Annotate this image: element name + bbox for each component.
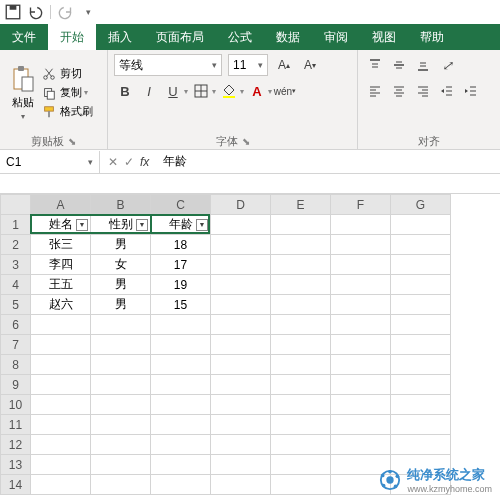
cell[interactable] [151,395,211,415]
cell[interactable]: 19 [151,275,211,295]
cell[interactable] [211,375,271,395]
align-right-button[interactable] [412,80,434,102]
cell[interactable]: 李四 [31,255,91,275]
cell[interactable]: 18 [151,235,211,255]
cell[interactable] [271,275,331,295]
align-top-button[interactable] [364,54,386,76]
cell[interactable]: 性别▼ [91,215,151,235]
align-middle-button[interactable] [388,54,410,76]
column-header[interactable]: D [211,195,271,215]
orientation-button[interactable]: ⤢ [436,54,458,76]
select-all-corner[interactable] [1,195,31,215]
cell[interactable] [211,295,271,315]
cell[interactable] [91,315,151,335]
cell[interactable]: 张三 [31,235,91,255]
row-header[interactable]: 14 [1,475,31,495]
cell[interactable] [331,395,391,415]
row-header[interactable]: 4 [1,275,31,295]
fx-icon[interactable]: fx [140,155,149,169]
tab-file[interactable]: 文件 [0,24,48,50]
redo-icon[interactable] [57,3,75,21]
chevron-down-icon[interactable]: ▾ [268,87,272,96]
cell[interactable] [391,235,451,255]
cell[interactable] [331,215,391,235]
cell[interactable] [151,415,211,435]
name-box[interactable]: C1▾ [0,151,100,173]
cell[interactable] [91,375,151,395]
column-header[interactable]: B [91,195,151,215]
cell[interactable] [391,215,451,235]
save-icon[interactable] [4,3,22,21]
cell[interactable] [271,395,331,415]
cell[interactable] [271,235,331,255]
cell[interactable]: 王五 [31,275,91,295]
undo-icon[interactable] [26,3,44,21]
cell[interactable] [331,295,391,315]
cell[interactable] [271,455,331,475]
cell[interactable] [211,415,271,435]
formula-input[interactable]: 年龄 [157,153,500,170]
tab-data[interactable]: 数据 [264,24,312,50]
cell[interactable] [211,355,271,375]
cell[interactable] [151,455,211,475]
cell[interactable] [331,315,391,335]
row-header[interactable]: 1 [1,215,31,235]
cell[interactable] [391,255,451,275]
format-painter-button[interactable]: 格式刷 [40,103,95,120]
cell[interactable] [391,375,451,395]
cell[interactable] [91,395,151,415]
paste-button[interactable]: 粘贴 ▾ [6,52,40,133]
cell[interactable] [271,255,331,275]
cell[interactable]: 赵六 [31,295,91,315]
row-header[interactable]: 8 [1,355,31,375]
border-button[interactable] [190,80,212,102]
worksheet[interactable]: ABCDEFG1姓名▼性别▼年龄▼2张三男183李四女174王五男195赵六男1… [0,194,500,495]
decrease-font-button[interactable]: A▾ [300,54,320,76]
cell[interactable] [31,475,91,495]
cell[interactable] [391,315,451,335]
cell[interactable]: 男 [91,235,151,255]
column-header[interactable]: G [391,195,451,215]
row-header[interactable]: 2 [1,235,31,255]
decrease-indent-button[interactable] [436,80,458,102]
cell[interactable] [211,475,271,495]
cancel-formula-icon[interactable]: ✕ [108,155,118,169]
filter-dropdown-icon[interactable]: ▼ [76,219,88,231]
row-header[interactable]: 13 [1,455,31,475]
cut-button[interactable]: 剪切 [40,65,95,82]
cell[interactable] [331,435,391,455]
tab-formulas[interactable]: 公式 [216,24,264,50]
cell[interactable] [31,375,91,395]
cell[interactable] [211,255,271,275]
cell[interactable] [211,315,271,335]
cell[interactable] [151,335,211,355]
cell[interactable]: 17 [151,255,211,275]
cell[interactable] [211,395,271,415]
fill-color-button[interactable] [218,80,240,102]
cell[interactable] [91,355,151,375]
cell[interactable] [151,475,211,495]
cell[interactable] [391,355,451,375]
cell[interactable] [331,255,391,275]
cell[interactable] [91,335,151,355]
cell[interactable]: 女 [91,255,151,275]
row-header[interactable]: 10 [1,395,31,415]
cell[interactable] [271,475,331,495]
align-left-button[interactable] [364,80,386,102]
cell[interactable] [271,375,331,395]
cell[interactable] [391,415,451,435]
align-center-button[interactable] [388,80,410,102]
underline-button[interactable]: U [162,80,184,102]
cell[interactable] [331,235,391,255]
cell[interactable] [151,355,211,375]
cell[interactable] [271,435,331,455]
row-header[interactable]: 7 [1,335,31,355]
tab-review[interactable]: 审阅 [312,24,360,50]
cell[interactable]: 姓名▼ [31,215,91,235]
chevron-down-icon[interactable]: ▾ [184,87,188,96]
cell[interactable]: 年龄▼ [151,215,211,235]
tab-insert[interactable]: 插入 [96,24,144,50]
cell[interactable] [211,335,271,355]
cell[interactable] [31,315,91,335]
dialog-launcher-icon[interactable]: ⬊ [68,136,76,147]
